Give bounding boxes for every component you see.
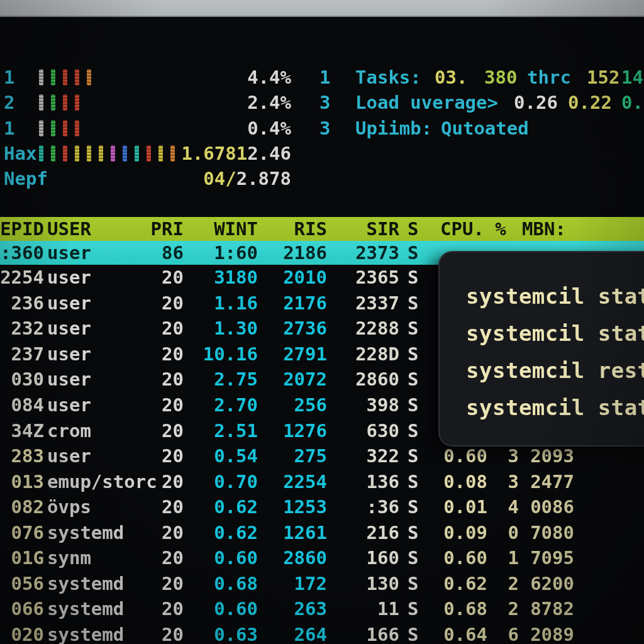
- meter-value-part: 2.46: [247, 143, 291, 164]
- cell-sir: 136: [328, 469, 399, 494]
- cell-s: S: [408, 418, 418, 443]
- header-cpu[interactable]: CPU. %: [440, 217, 506, 241]
- cell-pid: 076: [0, 520, 44, 546]
- meter-bars: [39, 65, 99, 90]
- meter-bars: [39, 141, 182, 166]
- cell-pri: 20: [113, 596, 184, 622]
- cell-pri: 20: [113, 520, 184, 546]
- meter-bar-tick: [63, 120, 67, 136]
- meter-bar-tick: [39, 69, 43, 86]
- cell-ris: 2186: [259, 241, 327, 265]
- cell-user: user: [47, 341, 91, 367]
- meter-bars: [39, 116, 87, 141]
- cell-mem: 1: [494, 545, 519, 571]
- header-mbn[interactable]: MBN:: [522, 217, 566, 241]
- cell-wint: 2.75: [182, 367, 258, 392]
- process-row[interactable]: 082övps200.621253:36S0.0140086: [0, 494, 644, 520]
- cell-pid: 030: [0, 367, 44, 392]
- cell-mem: 3: [494, 443, 519, 469]
- cell-sir: 2288: [328, 316, 399, 341]
- cell-pid: 34Z: [0, 418, 44, 443]
- cell-mem: 6: [494, 622, 519, 644]
- cell-user: user: [47, 392, 91, 418]
- meter-bar-tick: [75, 120, 79, 136]
- process-row[interactable]: 020systemd200.63264166S0.6462089: [0, 622, 644, 644]
- meter-label: Nepf: [4, 166, 48, 191]
- meter-value: 0.4%: [176, 116, 291, 141]
- cell-user: systemd: [47, 622, 124, 644]
- cell-pid: 236: [0, 291, 44, 316]
- cell-user: systemd: [47, 571, 124, 597]
- cell-cpu: 0.60: [415, 545, 487, 571]
- cell-wint: 2.70: [182, 392, 258, 418]
- cell-wint: 2.51: [182, 418, 258, 443]
- cell-cpu: 0.09: [415, 520, 487, 546]
- meter-value-part: 2.4%: [247, 92, 291, 113]
- meter-bar-tick: [99, 145, 103, 162]
- process-row[interactable]: 013emup/storc200.702254136S0.0832477: [0, 469, 644, 494]
- cell-wint: 0.63: [182, 622, 258, 644]
- process-row[interactable]: 283user200.54275322S0.6032093: [0, 443, 644, 469]
- cell-sir: 630: [328, 418, 399, 443]
- cell-user: user: [47, 241, 91, 265]
- process-row[interactable]: 056systemd200.68172130S0.6226200: [0, 571, 644, 597]
- cell-pid: 066: [0, 596, 44, 622]
- cell-wint: 0.68: [182, 571, 258, 597]
- status-text: 380: [484, 65, 517, 90]
- cell-sir: 2337: [328, 291, 399, 316]
- cell-wint: 0.54: [182, 443, 258, 469]
- meter-value: 1.67812.46: [176, 141, 291, 166]
- cell-wint: 3180: [182, 265, 258, 291]
- cell-extra: 8782: [530, 596, 574, 622]
- cell-extra: 7080: [530, 520, 574, 546]
- meter-bar-tick: [87, 69, 91, 86]
- cell-pid: 2254: [0, 265, 44, 291]
- meter-bar-tick: [135, 145, 139, 162]
- process-row[interactable]: 01Gsynm200.602860160S0.6017095: [0, 545, 644, 571]
- meter-bar-tick: [51, 69, 55, 86]
- cell-user: user: [47, 367, 91, 392]
- cell-s: S: [408, 341, 418, 367]
- cell-user: övps: [47, 494, 91, 520]
- process-row[interactable]: 076systemd200.621261216S0.0907080: [0, 520, 644, 546]
- cell-user: synm: [47, 545, 91, 571]
- cell-pid: 232: [0, 316, 44, 341]
- meter-bar-tick: [63, 94, 67, 111]
- meter-value-part: 2.878: [236, 168, 291, 189]
- cell-wint: 0.62: [182, 520, 258, 546]
- header-ris[interactable]: RIS: [259, 217, 327, 241]
- cell-wint: 1.30: [182, 316, 258, 341]
- cell-pid: :360: [0, 241, 44, 265]
- meter-bar-tick: [170, 145, 175, 162]
- cell-ris: 1261: [259, 520, 327, 546]
- cell-wint: 0.60: [182, 596, 258, 622]
- header-sir[interactable]: SIR: [328, 217, 399, 241]
- cell-user: user: [47, 291, 91, 316]
- cell-cpu: 0.01: [415, 494, 487, 520]
- status-text: 0.: [621, 90, 643, 115]
- cell-s: S: [408, 241, 418, 265]
- cell-ris: 1253: [259, 494, 327, 520]
- header-user[interactable]: USER: [47, 217, 91, 241]
- cell-user: user: [47, 265, 91, 291]
- cell-mem: 0: [494, 520, 519, 546]
- header-pid[interactable]: EPID: [0, 217, 44, 241]
- header-pri[interactable]: PRI: [113, 217, 184, 241]
- process-table-header: EPIDUSERPRIWINTRISSIRSCPU. %MBN:: [0, 217, 644, 241]
- cell-ris: 2010: [259, 265, 327, 291]
- desktop-top-band: [0, 0, 644, 17]
- status-text: 152: [587, 65, 619, 90]
- cell-sir: 160: [328, 545, 399, 571]
- cell-sir: 2373: [328, 241, 399, 265]
- cell-sir: 398: [328, 392, 399, 418]
- cell-extra: 2089: [530, 622, 574, 644]
- process-row[interactable]: 066systemd200.6026311S0.6828782: [0, 596, 644, 622]
- cell-cpu: 0.68: [415, 596, 487, 622]
- cell-s: S: [408, 392, 418, 418]
- cell-cpu: 0.60: [415, 443, 487, 469]
- header-s[interactable]: S: [408, 217, 418, 241]
- header-wint[interactable]: WINT: [182, 217, 258, 241]
- cell-pri: 86: [113, 241, 184, 265]
- cell-cpu: 0.64: [415, 622, 487, 644]
- cell-extra: 0086: [530, 494, 574, 520]
